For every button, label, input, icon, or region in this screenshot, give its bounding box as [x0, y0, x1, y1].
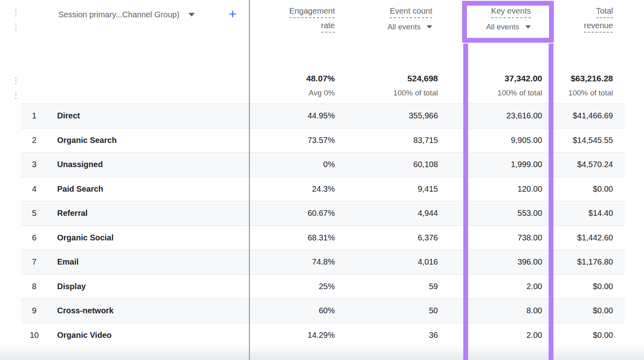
key-events-column-highlight [463, 43, 553, 360]
row-index: 5 [21, 201, 47, 226]
dimension-metrics-divider [249, 0, 250, 360]
column-header-engagement-rate: Engagement rate [250, 6, 341, 35]
total-revenue-value: $1,176.80 [549, 250, 625, 274]
channel-name: Unassigned [47, 153, 250, 177]
channel-name: Direct [47, 104, 250, 128]
total-revenue: $63,216.28 100% of total [549, 73, 625, 98]
event-count-value: 59 [341, 275, 444, 299]
row-index: 10 [21, 323, 47, 348]
engagement-rate-value: 73.57% [250, 128, 341, 153]
engagement-rate-value: 0% [250, 153, 341, 177]
total-revenue-value: $0.00 [549, 323, 625, 348]
event-count-value: 4,016 [341, 250, 444, 274]
row-index: 4 [21, 177, 47, 201]
total-sublabel: 100% of total [549, 88, 613, 98]
total-event-count: 524,698 100% of total [341, 73, 444, 98]
event-count-value: 50 [341, 299, 444, 323]
row-index: 3 [21, 153, 47, 177]
event-count-filter[interactable]: All events [388, 22, 432, 32]
total-value: 524,698 [341, 73, 438, 84]
engagement-rate-value: 14.29% [250, 323, 341, 348]
channel-name: Display [47, 275, 250, 299]
left-edge-fragment [15, 77, 17, 85]
chevron-down-icon [427, 25, 432, 29]
event-count-value: 36 [341, 323, 444, 348]
total-revenue-value: $41,466.69 [549, 104, 625, 128]
left-edge-fragment [15, 92, 17, 99]
total-revenue-value: $0.00 [549, 275, 625, 299]
channel-name: Organic Video [47, 323, 250, 348]
left-edge-fragment [15, 9, 17, 16]
row-index: 1 [21, 104, 47, 128]
total-engagement-rate: 48.07% Avg 0% [250, 73, 341, 98]
column-label[interactable]: rate [321, 21, 335, 33]
analytics-report-table: Session primary...Channel Group) + Engag… [0, 0, 644, 360]
row-index: 9 [21, 299, 47, 323]
total-revenue-value: $0.00 [549, 299, 625, 323]
event-count-value: 83,715 [341, 128, 444, 153]
total-revenue-value: $14.40 [549, 201, 625, 226]
channel-name: Paid Search [47, 177, 250, 201]
left-edge-fragment [15, 23, 17, 31]
total-sublabel: 100% of total [341, 88, 438, 98]
engagement-rate-value: 68.31% [250, 226, 341, 250]
total-sublabel: Avg 0% [250, 88, 335, 98]
total-revenue-value: $0.00 [549, 177, 625, 201]
engagement-rate-value: 74.8% [250, 250, 341, 274]
event-count-value: 4,944 [341, 201, 444, 226]
row-index: 2 [21, 128, 47, 153]
engagement-rate-value: 44.95% [250, 104, 341, 128]
channel-name: Referral [47, 201, 250, 226]
total-value: $63,216.28 [549, 73, 613, 84]
total-revenue-value: $4,570.24 [549, 153, 625, 177]
event-count-value: 60,108 [341, 153, 444, 177]
engagement-rate-value: 24.3% [250, 177, 341, 201]
column-label[interactable]: revenue [584, 21, 613, 33]
column-label[interactable]: Engagement [289, 6, 335, 18]
row-index: 8 [21, 275, 47, 299]
event-count-value: 6,376 [341, 226, 444, 250]
column-label[interactable]: Total [596, 6, 613, 18]
engagement-rate-value: 60.67% [250, 201, 341, 226]
column-label[interactable]: Event count [390, 6, 432, 18]
column-header-event-count: Event count All events [341, 6, 444, 35]
column-header-total-revenue: Total revenue [549, 6, 625, 35]
engagement-rate-value: 60% [250, 299, 341, 323]
channel-name: Organic Search [47, 128, 250, 153]
channel-name: Cross-network [47, 299, 250, 323]
total-value: 48.07% [250, 73, 335, 84]
total-revenue-value: $1,442.60 [549, 226, 625, 250]
row-index: 6 [21, 226, 47, 250]
engagement-rate-value: 25% [250, 275, 341, 299]
channel-name: Organic Social [47, 226, 250, 250]
filter-label: All events [388, 22, 421, 32]
total-revenue-value: $14,545.55 [549, 128, 625, 153]
event-count-value: 355,966 [341, 104, 444, 128]
key-events-header-highlight [462, 1, 554, 43]
row-index: 7 [21, 250, 47, 274]
event-count-value: 9,415 [341, 177, 444, 201]
channel-name: Email [47, 250, 250, 274]
